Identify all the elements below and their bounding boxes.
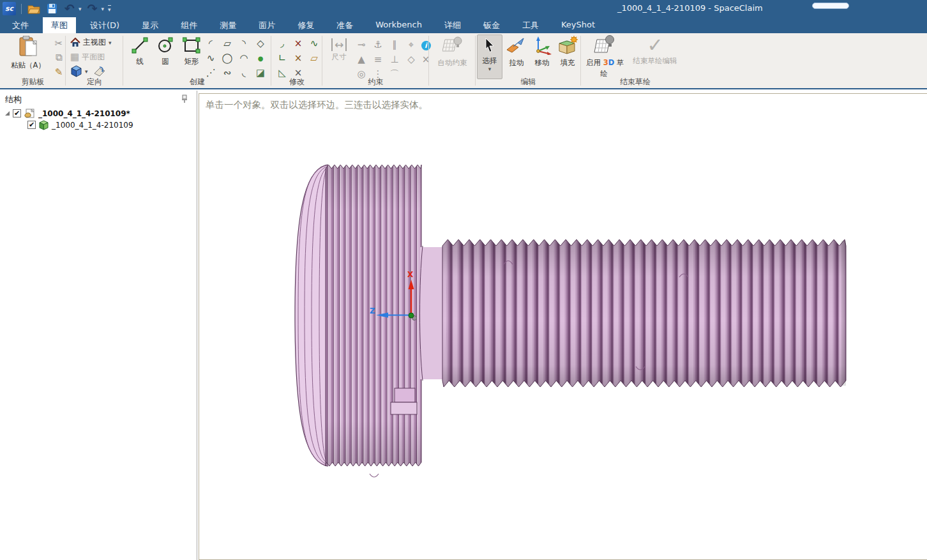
tab-file[interactable]: 文件 [4, 17, 37, 33]
spin-view-dropdown-icon[interactable]: ▾ [85, 68, 88, 75]
line-tool-button[interactable]: 线 [128, 37, 151, 66]
title-bar: sc ↶ ▾ ↷ ▾ ▾ _1000_4_1_4-210109 - SpaceC… [0, 0, 927, 17]
expander-icon[interactable] [5, 111, 10, 116]
tab-design[interactable]: 设计(D) [82, 17, 128, 33]
structure-panel-title: 结构 [5, 94, 22, 105]
thread-notch-lower [391, 402, 417, 414]
dimension-button: ↔ 尺寸 [326, 38, 352, 62]
save-icon[interactable] [45, 2, 59, 16]
window-title: _1000_4_1_4-210109 - SpaceClaim [617, 3, 763, 13]
symmetric-constraint-icon: ▲ [355, 53, 368, 66]
group-label-orient: 定向 [66, 77, 123, 87]
enable-3d-sketch-button[interactable]: 启用 3D 草 绘 [586, 34, 622, 79]
parallel-constraint-icon: ∥ [388, 38, 401, 51]
customize-toolbar-icon[interactable]: ▾ [108, 5, 111, 13]
spline-edit-icon[interactable]: ∿ [308, 37, 320, 50]
select-button[interactable]: 选择 ▾ [477, 34, 502, 79]
sweep-arc-icon[interactable]: ◠ [237, 52, 250, 64]
rectangle-tool-button[interactable]: 矩形 [179, 37, 204, 66]
undo-dropdown-icon[interactable]: ▾ [79, 6, 82, 12]
split-curve-icon[interactable]: × [292, 52, 305, 64]
dimension-icon: ↔ [331, 38, 347, 51]
create-corner-icon[interactable]: ◞ [276, 37, 289, 50]
auto-constraint-icon [442, 36, 463, 55]
tangent-arc-icon[interactable]: ◝ [237, 37, 250, 50]
group-end-sketch: 启用 3D 草 绘 ✓ 结束草绘编辑 结束草绘 [581, 33, 690, 88]
thread-notch-upper [395, 388, 415, 402]
tab-detail[interactable]: 详细 [436, 17, 469, 33]
copy-icon: ⧉ [52, 51, 65, 64]
triad-origin [409, 313, 414, 318]
group-clipboard: 粘贴（A） ✂ ⧉ ✎ 剪贴板 [0, 33, 66, 88]
tab-sheetmetal[interactable]: 钣金 [475, 17, 508, 33]
home-icon [70, 38, 80, 47]
tab-repair[interactable]: 修复 [289, 17, 322, 33]
cube-3d-icon [70, 65, 82, 77]
plan-view-button: ▦ 平面图 [70, 51, 105, 63]
plan-grid-icon: ▦ [70, 51, 79, 63]
triad-x-label: X [407, 270, 414, 279]
spline-polygon-icon[interactable]: ▱ [221, 37, 234, 50]
spaceclaim-logo-icon[interactable]: sc [3, 2, 16, 15]
tab-tools[interactable]: 工具 [514, 17, 547, 33]
fill-button[interactable]: 填充 [555, 36, 580, 68]
redo-icon[interactable]: ↷ [86, 2, 100, 16]
select-dropdown-icon[interactable]: ▾ [478, 66, 502, 72]
redo-dropdown-icon[interactable]: ▾ [102, 6, 105, 12]
tangent-pick-constraint-icon: ⌖ [405, 38, 418, 51]
ribbon-tab-bar: 文件 草图 设计(D) 显示 组件 测量 面片 修复 准备 Workbench … [0, 17, 927, 33]
ellipse-icon[interactable]: ◯ [221, 52, 234, 64]
open-file-icon[interactable] [27, 2, 41, 16]
trim-away-icon[interactable]: × [292, 37, 305, 50]
drawing-document-icon [24, 109, 35, 118]
move-button[interactable]: 移动 [530, 36, 554, 68]
offset-curve-icon[interactable]: ▱ [308, 52, 320, 64]
tree-item-body[interactable]: ✔ _1000_4_1_4-210109 [27, 119, 133, 130]
spin-view-button[interactable]: ▾ [70, 65, 106, 77]
group-orient: 主视图 ▾ ▦ 平面图 ▾ 定向 [66, 33, 123, 88]
group-label-end-sketch: 结束草绘 [581, 77, 690, 87]
quick-access-toolbar: sc ↶ ▾ ↷ ▾ ▾ [3, 1, 111, 16]
sketch-plane-icon[interactable] [93, 66, 106, 77]
move-icon [532, 36, 552, 55]
home-view-dropdown-icon[interactable]: ▾ [109, 40, 112, 46]
paste-button[interactable]: 粘贴（A） [5, 36, 51, 70]
point-icon[interactable]: ● [254, 52, 267, 64]
viewport-3d[interactable]: XZ [199, 94, 927, 560]
tree-item-root[interactable]: ✔ _1000_4_1_4-210109* [5, 108, 130, 119]
visibility-checkbox[interactable]: ✔ [13, 109, 21, 117]
three-point-arc-icon[interactable]: ◜ [204, 37, 217, 50]
tab-prepare[interactable]: 准备 [328, 17, 361, 33]
window-overlay-pill [812, 3, 849, 9]
mirror-constraint-icon: ◇ [405, 53, 418, 66]
tab-assembly[interactable]: 组件 [172, 17, 206, 33]
tab-sketch[interactable]: 草图 [43, 17, 76, 33]
tab-keyshot[interactable]: KeyShot [553, 17, 603, 33]
group-label-constraint: 约束 [322, 77, 429, 87]
group-auto-constraint: 自动约束 [429, 33, 476, 88]
spline-icon[interactable]: ∿ [204, 52, 217, 64]
solid-body-icon [39, 120, 49, 130]
home-view-button[interactable]: 主视图 ▾ [70, 37, 112, 48]
pull-icon [506, 36, 527, 55]
pull-button[interactable]: 拉动 [504, 36, 529, 68]
design-canvas[interactable]: 单击一个对象。双击以选择环边。三连击以选择实体。 XZ [199, 93, 927, 560]
circle-tool-button[interactable]: 圆 [154, 37, 177, 66]
group-edit: 选择 ▾ 拉动 移动 填充 编辑 [476, 33, 581, 88]
undo-icon[interactable]: ↶ [63, 2, 77, 16]
perpendicular-constraint-icon: ⊥ [388, 53, 401, 66]
ribbon: 粘贴（A） ✂ ⧉ ✎ 剪贴板 主视图 ▾ ▦ 平面图 ▾ 定 [0, 33, 927, 89]
circle-icon [157, 37, 174, 54]
tab-workbench[interactable]: Workbench [367, 17, 430, 33]
divider [21, 4, 22, 14]
tab-facets[interactable]: 面片 [250, 17, 283, 33]
tab-measure[interactable]: 测量 [211, 17, 245, 33]
triad-z-label: Z [370, 306, 375, 315]
pin-icon[interactable] [181, 95, 188, 105]
clipboard-icon [18, 36, 38, 57]
group-label-create: 创建 [123, 77, 271, 87]
chamfer-corner-icon[interactable]: ∟ [276, 52, 289, 64]
tab-display[interactable]: 显示 [133, 17, 167, 33]
visibility-checkbox[interactable]: ✔ [27, 121, 36, 129]
polygon-icon[interactable]: ◇ [254, 37, 267, 50]
